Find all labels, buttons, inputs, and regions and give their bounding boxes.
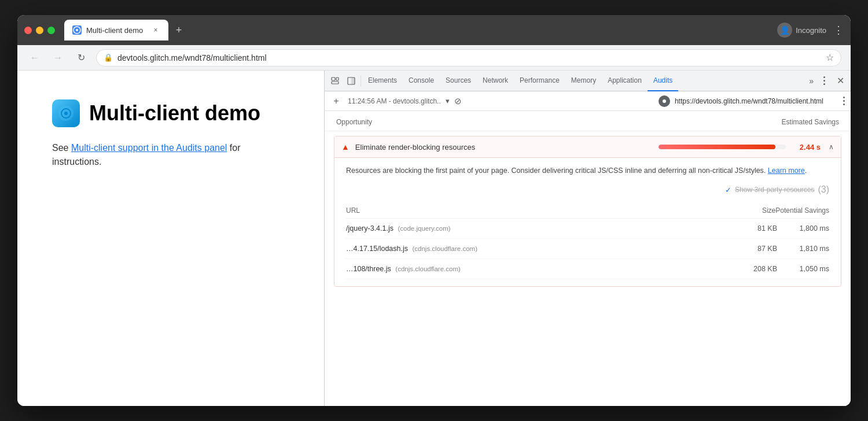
description-text: Resources are blocking the first paint o… [346, 167, 766, 175]
resource-url-main: /jquery-3.4.1.js [346, 224, 393, 232]
resources-table-header: URL Size Potential Savings [346, 203, 829, 219]
new-tab-button[interactable]: + [171, 22, 187, 38]
resource-size-cell: 208 KB [737, 265, 777, 273]
page-description: See Multi-client support in the Audits p… [52, 141, 289, 169]
url-more-options-icon[interactable] [842, 95, 846, 106]
svg-rect-6 [332, 82, 339, 84]
close-window-button[interactable] [24, 27, 32, 34]
svg-rect-9 [351, 77, 355, 84]
timestamp-text: 11:24:56 AM - devtools.glitch.. [348, 97, 441, 105]
savings-time: 2.44 s [792, 143, 821, 152]
devtools-tabs-bar: Elements Console Sources Network Perform… [325, 71, 851, 91]
resource-url-main: …108/three.js [346, 265, 391, 273]
progress-bar-fill [659, 145, 775, 149]
resource-url-cell: …108/three.js (cdnjs.cloudflare.com) [346, 265, 737, 273]
resource-savings-cell: 1,810 ms [777, 245, 829, 253]
address-bar: ← → ↻ 🔒 devtools.glitch.me/wndt78/multic… [17, 45, 851, 71]
tab-performance[interactable]: Performance [514, 71, 565, 91]
incognito-label: Incognito [796, 26, 826, 35]
page-favicon-icon [659, 95, 670, 107]
page-logo: Multi-client demo [52, 99, 289, 127]
minimize-window-button[interactable] [36, 27, 43, 34]
opportunity-header[interactable]: ▲ Eliminate render-blocking resources 2.… [334, 136, 841, 157]
timestamp-dropdown[interactable]: ▾ [446, 97, 450, 105]
resource-row: /jquery-3.4.1.js (code.jquery.com) 81 KB… [346, 219, 829, 239]
refresh-button[interactable]: ↻ [73, 50, 89, 66]
main-area: Multi-client demo See Multi-client suppo… [17, 71, 851, 406]
third-party-count: (3) [818, 184, 829, 195]
logo-icon [52, 99, 80, 127]
resource-size-cell: 81 KB [737, 224, 777, 232]
back-button[interactable]: ← [27, 50, 43, 66]
estimated-savings-column-label: Estimated Savings [782, 118, 839, 126]
warning-triangle-icon: ▲ [341, 142, 350, 152]
tab-network[interactable]: Network [477, 71, 514, 91]
audits-panel-link[interactable]: Multi-client support in the Audits panel [71, 143, 227, 153]
opportunity-description: Resources are blocking the first paint o… [346, 165, 829, 176]
resource-url-host: (code.jquery.com) [398, 225, 450, 232]
maximize-window-button[interactable] [47, 27, 55, 34]
resource-savings-cell: 1,050 ms [777, 265, 829, 273]
audit-columns-header: Opportunity Estimated Savings [325, 111, 851, 131]
svg-point-11 [663, 99, 666, 103]
forward-button[interactable]: → [50, 50, 66, 66]
block-navigation-button[interactable]: ⊘ [454, 96, 462, 106]
opportunity-column-label: Opportunity [336, 118, 372, 126]
audits-content: Opportunity Estimated Savings ▲ Eliminat… [325, 111, 851, 406]
incognito-icon: 👤 [777, 23, 792, 38]
svg-rect-5 [332, 77, 335, 80]
size-column-header: Size [735, 206, 775, 215]
third-party-toggle-row: ✓ Show 3rd-party resources (3) [346, 184, 829, 195]
browser-tab-active[interactable]: Multi-client demo × [64, 20, 168, 40]
devtools-close-button[interactable]: ✕ [832, 73, 848, 89]
resources-table: URL Size Potential Savings /jquery-3.4.1… [346, 203, 829, 279]
tab-favicon [72, 25, 82, 35]
description-period: . [805, 167, 807, 175]
audited-page-url: https://devtools.glitch.me/wndt78/multic… [675, 97, 823, 105]
url-text: devtools.glitch.me/wndt78/multiclient.ht… [117, 53, 267, 62]
bookmark-icon[interactable]: ☆ [826, 52, 834, 63]
tab-application[interactable]: Application [602, 71, 648, 91]
opportunity-title: Eliminate render-blocking resources [355, 143, 653, 152]
learn-more-link[interactable]: Learn more [768, 167, 805, 175]
incognito-area: 👤 Incognito ⋮ [777, 23, 844, 38]
description-prefix: See [52, 143, 71, 153]
tab-elements[interactable]: Elements [362, 71, 403, 91]
tab-console[interactable]: Console [403, 71, 440, 91]
savings-progress-bar [659, 145, 786, 149]
url-bar[interactable]: 🔒 devtools.glitch.me/wndt78/multiclient.… [96, 49, 841, 67]
opportunity-item: ▲ Eliminate render-blocking resources 2.… [334, 136, 841, 287]
tab-audits[interactable]: Audits [648, 71, 678, 91]
third-party-label: Show 3rd-party resources [735, 186, 814, 194]
svg-rect-7 [336, 77, 339, 80]
more-tabs-button[interactable]: » [807, 76, 816, 86]
savings-column-header: Potential Savings [775, 206, 829, 215]
svg-point-1 [76, 29, 78, 31]
tab-title: Multi-client demo [86, 26, 146, 35]
devtools-dock-icon[interactable] [343, 73, 359, 89]
url-column-header: URL [346, 206, 735, 215]
collapse-chevron-icon: ∧ [829, 143, 834, 151]
browser-menu-button[interactable]: ⋮ [833, 24, 844, 36]
tab-sources[interactable]: Sources [440, 71, 477, 91]
tab-close-button[interactable]: × [151, 25, 160, 35]
traffic-lights [24, 27, 55, 34]
resource-size-cell: 87 KB [737, 245, 777, 253]
devtools-inspect-icon[interactable] [327, 73, 343, 89]
resource-savings-cell: 1,800 ms [777, 224, 829, 232]
devtools-panel: Elements Console Sources Network Perform… [324, 71, 851, 406]
devtools-more-options-icon[interactable] [816, 73, 832, 89]
page-content: Multi-client demo See Multi-client suppo… [17, 71, 324, 406]
lock-icon: 🔒 [104, 53, 113, 62]
resource-url-main: …4.17.15/lodash.js [346, 245, 408, 253]
tab-memory[interactable]: Memory [565, 71, 602, 91]
svg-point-4 [64, 112, 68, 115]
checkbox-icon[interactable]: ✓ [725, 186, 731, 194]
add-audit-button[interactable]: + [329, 94, 343, 108]
page-title: Multi-client demo [89, 101, 260, 125]
browser-window: Multi-client demo × + 👤 Incognito ⋮ ← → … [17, 15, 851, 406]
toolbar-url-section: https://devtools.glitch.me/wndt78/multic… [659, 95, 846, 107]
resource-row: …108/three.js (cdnjs.cloudflare.com) 208… [346, 259, 829, 279]
resource-url-host: (cdnjs.cloudflare.com) [395, 265, 460, 272]
devtools-toolbar: + 11:24:56 AM - devtools.glitch.. ▾ ⊘ ht… [325, 91, 851, 111]
